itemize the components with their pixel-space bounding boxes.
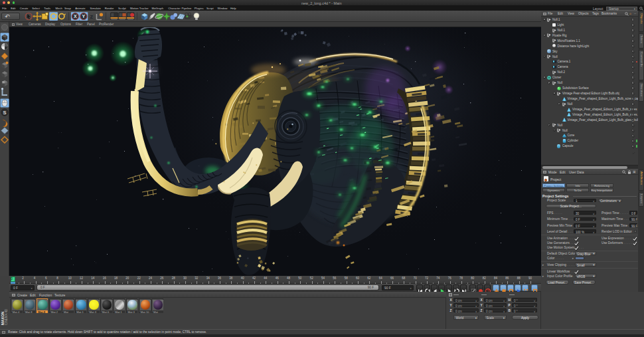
svg-text:Y: Y — [82, 14, 86, 19]
svg-text:X: X — [74, 14, 77, 19]
svg-text:z: z — [90, 13, 93, 20]
svg-text:S: S — [3, 110, 6, 116]
svg-text:e: e — [7, 131, 9, 135]
